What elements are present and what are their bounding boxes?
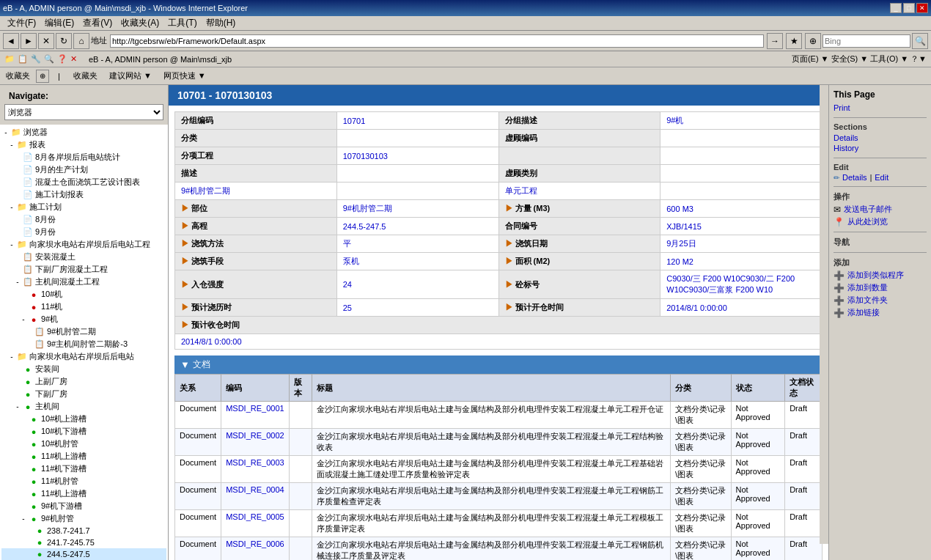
tree-item-11elbow[interactable]: ● 11#机肘管 xyxy=(1,475,166,487)
rss-btn[interactable]: ⊕ xyxy=(805,33,821,49)
green-dot-icon: ● xyxy=(28,476,40,487)
tree-item-browser[interactable]: - 📁 浏览器 xyxy=(1,126,166,139)
tree-item-10elbow[interactable]: ● 10#机肘管 xyxy=(1,438,166,450)
rp-add-doc[interactable]: 添加文件夹 xyxy=(847,295,888,306)
address-input[interactable] xyxy=(110,34,764,48)
doc-code-link[interactable]: MSDI_RE_0004 xyxy=(226,485,284,494)
tree-item-lower-factory2[interactable]: ● 下副厂房 xyxy=(1,388,166,400)
favorites-btn[interactable]: ★ xyxy=(786,33,802,49)
tree-item-main-concrete[interactable]: - 📋 主机间混凝土工程 xyxy=(1,276,166,288)
rp-send-email[interactable]: 发送电子邮件 xyxy=(844,204,892,215)
toggle-icon[interactable]: - xyxy=(13,278,22,286)
go-btn[interactable]: → xyxy=(767,33,783,49)
tree-item-main-room[interactable]: - ● 主机间 xyxy=(1,400,166,413)
menu-help[interactable]: 帮助(H) xyxy=(202,17,240,29)
nav-select[interactable]: 浏览器 xyxy=(4,104,163,120)
tree-item-9down[interactable]: ● 9#机下游槽 xyxy=(1,500,166,512)
menu-favorites[interactable]: 收藏夹(A) xyxy=(117,17,163,29)
tree-item-9main-elbow-2[interactable]: 📋 9#主机间肘管二期龄-3 xyxy=(1,338,166,350)
menu-edit[interactable]: 编辑(E) xyxy=(40,17,78,29)
toggle-icon[interactable]: - xyxy=(7,203,16,211)
close-btn[interactable]: ✕ xyxy=(916,3,928,13)
toggle-icon[interactable]: - xyxy=(1,128,10,136)
ie-right-tools: 页面(E) ▼ 安全(S) ▼ 工具(O) ▼ ？▼ xyxy=(792,54,927,65)
rp-print-link[interactable]: Print xyxy=(834,103,927,113)
toggle-icon[interactable]: - xyxy=(19,315,28,323)
search-input[interactable] xyxy=(823,34,910,48)
rp-edit-btn[interactable]: Edit xyxy=(875,173,888,182)
stop-btn[interactable]: ✕ xyxy=(38,33,54,49)
cell-code[interactable]: MSDI_RE_0001 xyxy=(221,402,290,429)
tree-item-9machine[interactable]: - ● 9#机 xyxy=(1,313,166,325)
menu-quick-tabs[interactable]: 网页快速 ▼ xyxy=(159,70,210,81)
forward-btn[interactable]: ► xyxy=(21,33,37,49)
tree-item-10down[interactable]: ● 10#机下游槽 xyxy=(1,425,166,438)
search-go-btn[interactable]: 🔍 xyxy=(912,33,928,49)
cell-code[interactable]: MSDI_RE_0003 xyxy=(221,456,290,483)
tree-item-constr-report[interactable]: 📄 施工计划报表 xyxy=(1,188,166,201)
tree-item-xjb-project[interactable]: - 📁 向家坝水电站右岸坝后后电站工程 xyxy=(1,238,166,251)
window-controls[interactable]: _ □ ✕ xyxy=(890,3,928,13)
green-dot-icon: ● xyxy=(28,452,40,462)
toggle-icon[interactable]: - xyxy=(19,515,28,523)
tree-item-238[interactable]: ● 238.7-241.7 xyxy=(1,525,166,537)
add-favorites-btn[interactable]: ⊕ xyxy=(36,70,49,83)
tree-item-9elbow-2[interactable]: 📋 9#机肘管二期 xyxy=(1,325,166,338)
rp-add-link[interactable]: 添加链接 xyxy=(847,307,880,318)
tree-item-aug-stats[interactable]: 📄 8月各岸坝后后电站统计 xyxy=(1,151,166,163)
cell-code[interactable]: MSDI_RE_0006 xyxy=(221,537,290,561)
rp-from-location[interactable]: 从此处浏览 xyxy=(847,216,888,227)
ie-tools-text[interactable]: 页面(E) ▼ 安全(S) ▼ 工具(O) ▼ ？▼ xyxy=(792,54,927,63)
tree-item-244[interactable]: ● 244.5-247.5 xyxy=(1,548,166,560)
refresh-btn[interactable]: ↻ xyxy=(56,33,72,49)
rp-details-btn[interactable]: Details xyxy=(842,173,867,182)
doc-code-link[interactable]: MSDI_RE_0005 xyxy=(226,512,284,521)
back-btn[interactable]: ◄ xyxy=(3,33,19,49)
tree-item-11down[interactable]: ● 11#机下游槽 xyxy=(1,463,166,475)
tree-item-lower-factory[interactable]: 📋 下副厂房混凝土工程 xyxy=(1,263,166,276)
doc-table-row: Document MSDI_RE_0003 金沙江向家坝水电站右岸坝后电站土建与… xyxy=(175,456,823,483)
tree-item-upper-factory[interactable]: ● 上副厂房 xyxy=(1,375,166,388)
cell-code[interactable]: MSDI_RE_0005 xyxy=(221,510,290,537)
doc-code-link[interactable]: MSDI_RE_0003 xyxy=(226,458,284,467)
doc-code-link[interactable]: MSDI_RE_0001 xyxy=(226,404,284,413)
cell-title: 金沙江向家坝水电站右岸坝后电站土建与金属结构及部分机电理件安装工程混凝土单元工程… xyxy=(312,402,671,429)
doc-code-link[interactable]: MSDI_RE_0002 xyxy=(226,431,284,440)
tree-item-install-concrete[interactable]: 📋 安装混凝土 xyxy=(1,251,166,263)
tree-item-sep[interactable]: 📄 9月份 xyxy=(1,226,166,238)
tree-item-sep-plan[interactable]: 📄 9月的生产计划 xyxy=(1,163,166,176)
tree-item-xjb-right[interactable]: - 📁 向家坝水电站右岸坝后后电站 xyxy=(1,350,166,363)
tree-item-concrete-chart[interactable]: 📄 混凝土仓面浇筑工艺设计图表 xyxy=(1,176,166,188)
tree-item-9elbow[interactable]: - ● 9#机肘管 xyxy=(1,512,166,525)
rp-details-link[interactable]: Details xyxy=(834,133,927,143)
tree-item-11machine[interactable]: ● 11#机 xyxy=(1,301,166,313)
tree-item-11up2[interactable]: ● 11#机上游槽 xyxy=(1,487,166,500)
menu-tools[interactable]: 工具(T) xyxy=(163,17,201,29)
tree-item-10up[interactable]: ● 10#机上游槽 xyxy=(1,413,166,425)
toggle-icon[interactable]: - xyxy=(7,240,16,248)
tree-item-constr-plan[interactable]: - 📁 施工计划 xyxy=(1,201,166,213)
tree-item-reports[interactable]: - 📁 报表 xyxy=(1,139,166,151)
rp-history-link[interactable]: History xyxy=(834,143,927,153)
tree-item-aug[interactable]: 📄 8月份 xyxy=(1,213,166,226)
menu-view[interactable]: 查看(V) xyxy=(78,17,117,29)
tree-item-install-room[interactable]: ● 安装间 xyxy=(1,363,166,375)
tree-item-10machine[interactable]: ● 10#机 xyxy=(1,288,166,301)
cell-code[interactable]: MSDI_RE_0002 xyxy=(221,429,290,456)
home-btn[interactable]: ⌂ xyxy=(73,33,89,49)
tree-item-241[interactable]: ● 241.7-245.75 xyxy=(1,537,166,548)
menu-suggest-sites[interactable]: 建议网站 ▼ xyxy=(105,70,156,81)
menu-suggested[interactable]: 收藏夹 xyxy=(69,70,102,81)
toggle-icon[interactable]: - xyxy=(13,402,22,410)
menu-file[interactable]: 文件(F) xyxy=(3,17,40,29)
cell-code[interactable]: MSDI_RE_0004 xyxy=(221,483,290,510)
toggle-icon[interactable]: - xyxy=(7,141,16,149)
collapse-icon[interactable]: ▼ xyxy=(180,359,190,370)
doc-code-link[interactable]: MSDI_RE_0006 xyxy=(226,539,284,548)
maximize-btn[interactable]: □ xyxy=(903,3,915,13)
tree-item-11up[interactable]: ● 11#机上游槽 xyxy=(1,450,166,463)
toggle-icon[interactable]: - xyxy=(7,353,16,361)
minimize-btn[interactable]: _ xyxy=(890,3,902,13)
rp-add-similar[interactable]: 添加到类似程序 xyxy=(847,270,904,281)
rp-add-media[interactable]: 添加到数量 xyxy=(847,282,888,293)
